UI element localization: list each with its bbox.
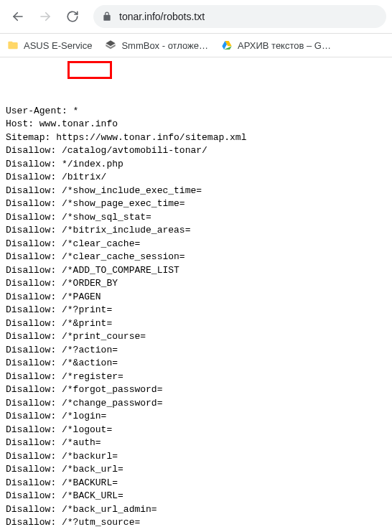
- address-bar[interactable]: tonar.info/robots.txt: [93, 5, 386, 28]
- robots-line: Disallow: /*auth=: [6, 437, 386, 450]
- robots-line: Disallow: /*bitrix_include_areas=: [6, 224, 386, 238]
- robots-line: Disallow: /*register=: [6, 370, 386, 384]
- robots-line: Disallow: /*PAGEN: [6, 291, 386, 304]
- bookmark-smmbox[interactable]: SmmBox - отложе…: [105, 39, 208, 51]
- robots-line: Disallow: */index.php: [6, 158, 386, 172]
- robots-line: Disallow: /*back_url=: [6, 463, 386, 477]
- gdrive-icon: [221, 39, 233, 51]
- arrow-right-icon: [39, 10, 52, 23]
- browser-toolbar: tonar.info/robots.txt: [0, 0, 392, 34]
- lock-icon: [102, 11, 112, 22]
- robots-line: Disallow: /*&action=: [6, 357, 386, 370]
- folder-icon: [7, 39, 19, 51]
- robots-line: Host: www.tonar.info: [6, 118, 386, 131]
- highlight-box: [67, 61, 112, 79]
- forward-button[interactable]: [33, 4, 57, 29]
- robots-line: Disallow: /*backurl=: [6, 450, 386, 464]
- robots-line: Disallow: /*show_include_exec_time=: [6, 185, 386, 198]
- robots-line: Disallow: /bitrix/: [6, 171, 386, 185]
- robots-line: Disallow: /*ADD_TO_COMPARE_LIST: [6, 264, 386, 278]
- robots-line: Disallow: /*back_url_admin=: [6, 503, 386, 517]
- robots-line: Disallow: /*BACKURL=: [6, 477, 386, 490]
- robots-line: Disallow: /*?action=: [6, 344, 386, 358]
- smmbox-icon: [105, 39, 116, 51]
- robots-line: Disallow: /*BACK_URL=: [6, 490, 386, 503]
- robots-line: User-Agent: *: [6, 105, 386, 118]
- bookmark-label: SmmBox - отложе…: [121, 40, 208, 51]
- robots-line: Disallow: /*forgot_password=: [6, 383, 386, 397]
- bookmark-gdrive[interactable]: АРХИВ текстов – G…: [221, 39, 331, 51]
- robots-txt-content: User-Agent: *Host: www.tonar.infoSitemap…: [0, 57, 392, 532]
- robots-line: Disallow: /*?utm_source=: [6, 516, 386, 530]
- bookmark-asus[interactable]: ASUS E-Service: [7, 39, 92, 51]
- robots-line: Disallow: /*?print=: [6, 304, 386, 317]
- arrow-left-icon: [11, 10, 24, 23]
- bookmark-label: АРХИВ текстов – G…: [238, 40, 331, 51]
- robots-line: Disallow: /*logout=: [6, 424, 386, 437]
- robots-line: Disallow: /*&print=: [6, 317, 386, 331]
- bookmark-label: ASUS E-Service: [24, 40, 92, 51]
- robots-line: Disallow: /*ORDER_BY: [6, 277, 386, 291]
- robots-line: Disallow: /*login=: [6, 410, 386, 424]
- robots-line: Disallow: /test2/: [6, 530, 386, 533]
- robots-line: Disallow: /*change_password=: [6, 397, 386, 411]
- robots-line: Disallow: /*show_sql_stat=: [6, 211, 386, 225]
- robots-line: Sitemap: https://www.tonar.info/sitemap.…: [6, 131, 386, 145]
- reload-icon: [66, 10, 79, 23]
- back-button[interactable]: [6, 4, 30, 29]
- robots-line: Disallow: /catalog/avtomobili-tonar/: [6, 144, 386, 158]
- url-text: tonar.info/robots.txt: [119, 11, 205, 22]
- reload-button[interactable]: [60, 4, 85, 29]
- robots-line: Disallow: /*clear_cache=: [6, 238, 386, 251]
- robots-line: Disallow: /*clear_cache_session=: [6, 251, 386, 264]
- robots-line: Disallow: /*show_page_exec_time=: [6, 197, 386, 211]
- robots-line: Disallow: /*print_course=: [6, 330, 386, 344]
- bookmarks-bar: ASUS E-Service SmmBox - отложе… АРХИВ те…: [0, 34, 392, 57]
